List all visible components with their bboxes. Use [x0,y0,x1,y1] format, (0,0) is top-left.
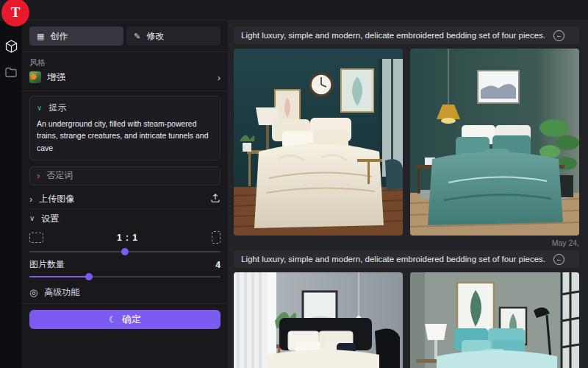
advanced-label: 高级功能 [44,286,79,299]
image-count-label: 图片数量 [29,258,65,271]
divider [22,52,228,52]
slider-thumb[interactable] [121,248,129,255]
chevron-right-icon: › [29,194,32,204]
slider-fill [29,276,89,277]
moon-icon: ☾ [109,314,117,325]
generated-image-2[interactable] [410,49,579,236]
upload-label: 上传图像 [39,193,204,205]
generated-image-4[interactable] [410,272,579,368]
prompt-label: 提示 [49,102,66,114]
top-bar [0,0,588,21]
confirm-button[interactable]: ☾ 确定 [29,310,220,329]
image-count-slider[interactable] [29,272,220,281]
aspect-ratio-slider[interactable] [29,247,220,256]
tab-modify-label: 修改 [146,30,164,43]
generation-prompt-text: Light luxury, simple and modern, delicat… [241,31,545,40]
grid-icon: ▦ [37,32,44,41]
image-count-value: 4 [215,260,220,270]
generated-image-1[interactable] [234,49,403,236]
tab-modify[interactable]: ✎ 修改 [126,26,220,46]
negative-label: 否定词 [46,169,73,182]
back-arrow-icon[interactable]: ← [553,254,564,265]
tab-create[interactable]: ▦ 创作 [29,26,123,46]
slider-thumb[interactable] [85,273,93,280]
image-count-row: 图片数量 4 [29,258,220,272]
divider [22,303,228,304]
cube-icon[interactable] [5,40,18,53]
edit-icon: ✎ [134,32,140,41]
results-area: Light luxury, simple and modern, delicat… [228,21,588,368]
mode-tabs: ▦ 创作 ✎ 修改 [29,26,220,46]
prompt-box[interactable]: ∨ 提示 An underground city, filled with st… [29,96,220,160]
tab-create-label: 创作 [50,30,68,43]
prompt-text[interactable]: An underground city, filled with steam-p… [37,118,213,154]
confirm-label: 确定 [122,313,141,326]
style-thumbnail [29,71,41,83]
generation-prompt-bar[interactable]: Light luxury, simple and modern, delicat… [234,26,579,44]
generation-date: May 24, [234,236,579,250]
generation-prompt-bar[interactable]: Light luxury, simple and modern, delicat… [234,250,579,268]
chevron-down-icon: ∨ [37,105,42,112]
prompt-header[interactable]: ∨ 提示 [37,102,213,114]
aspect-ratio-value: 1 : 1 [117,233,138,243]
style-section-label: 风格 [29,57,220,68]
style-selector[interactable]: 增强 › [29,68,220,86]
portrait-ratio-icon[interactable] [212,231,220,244]
app-root: T ▦ 创作 ✎ 修改 风格 增 [0,0,588,368]
control-panel: ▦ 创作 ✎ 修改 风格 增强 › ∨ 提示 An underground ci… [22,21,228,368]
settings-row[interactable]: ∨ 设置 [29,210,220,228]
chevron-right-icon: › [218,73,220,82]
divider [22,91,228,91]
chevron-down-icon: ∨ [29,215,35,222]
style-value: 增强 [47,71,212,84]
landscape-ratio-icon[interactable] [29,233,43,243]
generated-image-3[interactable] [234,272,403,368]
upload-icon[interactable] [210,193,220,205]
chevron-right-icon: › [37,171,40,180]
aspect-ratio-row: 1 : 1 [29,228,220,247]
upload-image-row[interactable]: › 上传图像 [29,189,220,210]
nav-rail [0,21,22,368]
back-arrow-icon[interactable]: ← [553,30,564,41]
settings-label: 设置 [41,213,59,225]
generation-prompt-text: Light luxury, simple and modern, delicat… [241,255,545,263]
folder-icon[interactable] [5,67,17,77]
image-grid-row [234,272,579,368]
eye-icon: ◎ [29,287,37,298]
advanced-features-row[interactable]: ◎ 高级功能 [29,283,220,303]
negative-prompt-box[interactable]: › 否定词 [29,166,220,185]
image-grid-row [234,49,579,236]
